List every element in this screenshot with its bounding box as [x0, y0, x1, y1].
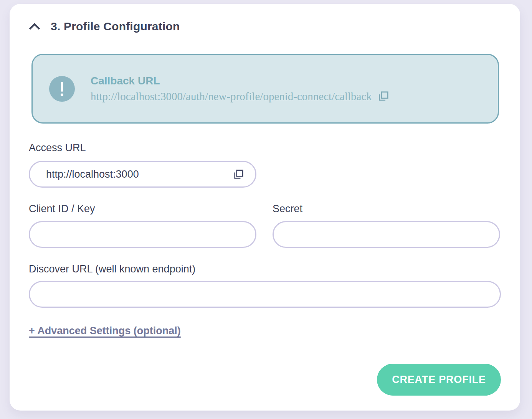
access-url-field-container: [29, 161, 256, 188]
collapse-section-button[interactable]: [29, 22, 40, 31]
client-id-field-container: [29, 221, 256, 248]
callback-url-banner: Callback URL http://localhost:3000/auth/…: [31, 54, 499, 124]
callback-url-info: Callback URL http://localhost:3000/auth/…: [91, 75, 390, 103]
page-title: 3. Profile Configuration: [51, 20, 180, 33]
access-url-label: Access URL: [29, 142, 501, 154]
secret-field-container: [273, 221, 500, 248]
discover-url-label: Discover URL (well known endpoint): [29, 263, 501, 275]
client-id-column: Client ID / Key: [29, 203, 256, 248]
client-id-label: Client ID / Key: [29, 203, 256, 215]
callback-url-label: Callback URL: [91, 75, 390, 87]
section-header: 3. Profile Configuration: [29, 20, 501, 33]
exclamation-icon: [49, 76, 75, 102]
client-id-input[interactable]: [30, 222, 255, 247]
profile-configuration-card: 3. Profile Configuration Callback URL ht…: [10, 4, 520, 411]
access-url-input[interactable]: [30, 162, 233, 186]
copy-icon: [233, 168, 245, 180]
credentials-row: Client ID / Key Secret: [29, 203, 501, 248]
chevron-up-icon: [29, 22, 40, 31]
discover-url-input[interactable]: [30, 282, 500, 307]
copy-icon: [377, 90, 390, 102]
actions-row: CREATE PROFILE: [29, 364, 501, 396]
advanced-settings-link[interactable]: + Advanced Settings (optional): [29, 325, 181, 337]
copy-access-url-button[interactable]: [233, 168, 245, 180]
copy-callback-url-button[interactable]: [377, 90, 390, 102]
create-profile-button[interactable]: CREATE PROFILE: [377, 364, 501, 396]
callback-url-value: http://localhost:3000/auth/new-profile/o…: [91, 90, 372, 103]
discover-url-field-container: [29, 281, 501, 308]
secret-label: Secret: [273, 203, 500, 215]
secret-column: Secret: [273, 203, 500, 248]
secret-input[interactable]: [274, 222, 499, 247]
